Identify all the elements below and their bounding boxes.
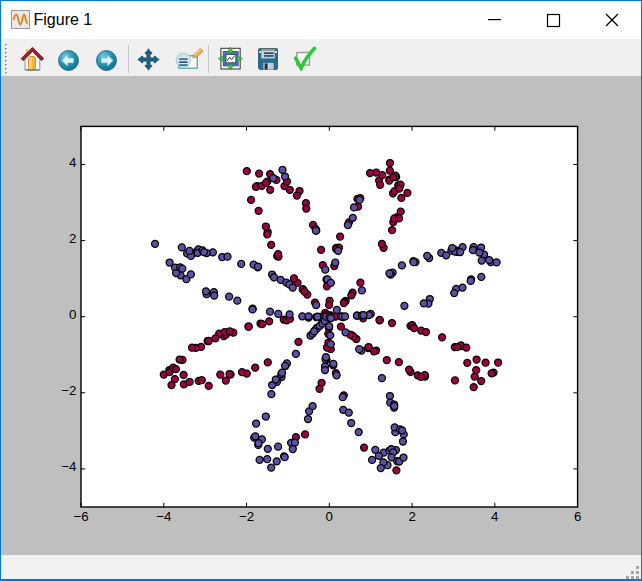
svg-text:2: 2	[69, 231, 76, 246]
svg-text:4: 4	[491, 509, 498, 524]
svg-text:−4: −4	[61, 459, 76, 474]
svg-text:−6: −6	[73, 509, 88, 524]
svg-text:0: 0	[69, 307, 76, 322]
svg-text:4: 4	[69, 155, 76, 170]
svg-text:0: 0	[326, 509, 333, 524]
svg-text:−4: −4	[156, 509, 171, 524]
svg-text:2: 2	[408, 509, 415, 524]
svg-text:6: 6	[574, 509, 581, 524]
svg-text:−2: −2	[239, 509, 254, 524]
svg-text:−2: −2	[61, 383, 76, 398]
